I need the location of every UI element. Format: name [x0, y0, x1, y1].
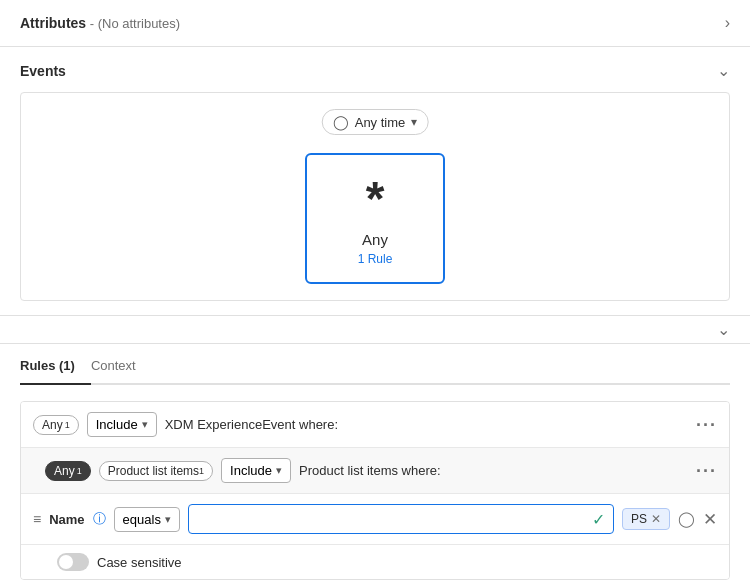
product-badge-count: 1 — [199, 466, 204, 476]
any-badge-count: 1 — [65, 420, 70, 430]
event-rule-link[interactable]: 1 Rule — [358, 252, 393, 266]
info-icon[interactable]: ⓘ — [93, 510, 106, 528]
event-asterisk-icon: * — [366, 175, 385, 223]
any-time-button[interactable]: ◯ Any time ▾ — [322, 109, 429, 135]
tab-rules[interactable]: Rules (1) — [20, 348, 91, 385]
nested-rule-row: Any1 Product list items1 Include ▾ Produ… — [21, 447, 729, 493]
equals-dropdown[interactable]: equals ▾ — [114, 507, 180, 532]
attributes-title: Attributes — [20, 15, 86, 31]
nested-any-badge-count: 1 — [77, 466, 82, 476]
name-field-label: Name — [49, 512, 84, 527]
case-sensitive-row: Case sensitive — [21, 544, 729, 579]
product-badge-label: Product list items — [108, 464, 199, 478]
attributes-subtitle: - (No attributes) — [86, 16, 180, 31]
equals-caret-icon: ▾ — [165, 513, 171, 526]
rule-row: Any1 Include ▾ XDM ExperienceEvent where… — [21, 402, 729, 447]
events-bottom-bar: ⌄ — [0, 316, 750, 344]
events-collapse-icon[interactable]: ⌄ — [717, 61, 730, 80]
rules-tabs: Rules (1) Context — [20, 344, 730, 385]
nested-any-badge[interactable]: Any1 — [45, 461, 91, 481]
include-label: Include — [96, 417, 138, 432]
event-card-name: Any — [362, 231, 388, 248]
ps-tag-label: PS — [631, 512, 647, 526]
nested-include-label: Include — [230, 463, 272, 478]
chevron-right-icon[interactable]: › — [725, 14, 730, 32]
any-time-label: Any time — [355, 115, 406, 130]
events-section: Events ⌄ ◯ Any time ▾ * Any 1 Rule — [0, 47, 750, 316]
rule-container: Any1 Include ▾ XDM ExperienceEvent where… — [20, 401, 730, 580]
nested-more-options-button[interactable]: ··· — [696, 462, 717, 480]
ps-tag-close-button[interactable]: ✕ — [651, 512, 661, 526]
remove-name-row-button[interactable]: ✕ — [703, 509, 717, 530]
product-list-badge[interactable]: Product list items1 — [99, 461, 213, 481]
equals-label: equals — [123, 512, 161, 527]
case-sensitive-toggle[interactable] — [57, 553, 89, 571]
checkmark-icon[interactable]: ✓ — [592, 510, 605, 529]
events-chevron-down-icon[interactable]: ⌄ — [717, 320, 730, 339]
nested-include-dropdown[interactable]: Include ▾ — [221, 458, 291, 483]
name-row: ≡ Name ⓘ equals ▾ ✓ PS ✕ ◯ ✕ — [21, 493, 729, 544]
attributes-section: Attributes - (No attributes) › — [0, 0, 750, 47]
include-caret-icon: ▾ — [142, 418, 148, 431]
ps-tag: PS ✕ — [622, 508, 670, 530]
rule-more-options-button[interactable]: ··· — [696, 416, 717, 434]
any-badge-label: Any — [42, 418, 63, 432]
attributes-header: Attributes - (No attributes) — [20, 15, 180, 31]
events-header: Events ⌄ — [20, 61, 730, 80]
value-input[interactable] — [197, 512, 592, 527]
nested-include-caret-icon: ▾ — [276, 464, 282, 477]
any-badge[interactable]: Any1 — [33, 415, 79, 435]
event-type-label: XDM ExperienceEvent where: — [165, 417, 338, 432]
clock-icon: ◯ — [333, 114, 349, 130]
drag-handle-icon[interactable]: ≡ — [33, 511, 41, 527]
event-card-container: * Any 1 Rule — [37, 109, 713, 284]
events-title: Events — [20, 63, 66, 79]
nested-any-badge-label: Any — [54, 464, 75, 478]
clock-action-icon[interactable]: ◯ — [678, 510, 695, 528]
events-canvas: ◯ Any time ▾ * Any 1 Rule — [20, 92, 730, 301]
value-input-container[interactable]: ✓ — [188, 504, 614, 534]
nested-field-label: Product list items where: — [299, 463, 441, 478]
tab-context[interactable]: Context — [91, 348, 152, 385]
include-dropdown[interactable]: Include ▾ — [87, 412, 157, 437]
rules-section: Rules (1) Context Any1 Include ▾ XDM Exp… — [0, 344, 750, 583]
event-card[interactable]: * Any 1 Rule — [305, 153, 445, 284]
case-sensitive-label: Case sensitive — [97, 555, 182, 570]
any-time-chevron-icon: ▾ — [411, 115, 417, 129]
